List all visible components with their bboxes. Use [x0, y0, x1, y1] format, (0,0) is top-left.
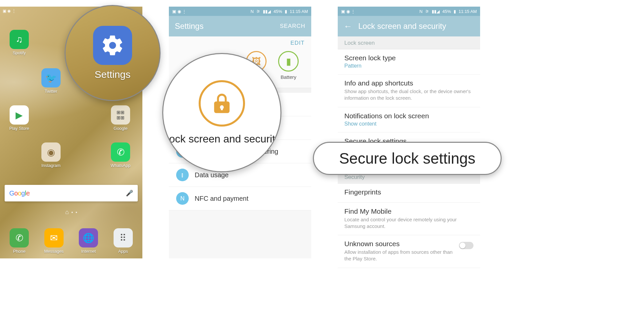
app-whatsapp[interactable]: ✆ WhatsApp — [107, 142, 134, 168]
header-title: Lock screen and security — [358, 22, 446, 31]
dock-internet[interactable]: 🌐 Internet — [74, 228, 102, 254]
item-label: NFC and payment — [195, 195, 248, 202]
app-label: Messages — [40, 249, 68, 254]
signal-icon: ▮▮◢ — [263, 9, 271, 14]
status-left-icons: ▣ ◉ ⋮ — [172, 9, 186, 14]
app-label: Google — [107, 126, 134, 131]
app-label: Instagram — [37, 163, 65, 168]
battery-text: 45% — [273, 9, 282, 14]
item-label: Data usage — [195, 171, 228, 179]
phone-home-screen: ▣ ◉ ⋮ ♫ Spotify 🐦 Twitter ▶ Play Store ⊞… — [0, 7, 142, 258]
settings-icon[interactable] — [93, 26, 132, 65]
item-info-shortcuts[interactable]: Info and app shortcuts Show app shortcut… — [338, 75, 480, 107]
lockscreen-header: ← Lock screen and security — [338, 16, 480, 36]
callout-settings-app: Settings — [65, 5, 161, 101]
battery-icon: ▮ — [454, 9, 456, 14]
callout-lock-screen: Lock screen and security — [162, 53, 281, 172]
nfc-icon: N — [420, 9, 422, 14]
phone-lockscreen-settings: ▣ ◉ ⋮ N ⚞ ▮▮◢ 45% ▮ 11:15 AM ← Lock scre… — [338, 7, 480, 258]
item-desc: Show app shortcuts, the dual clock, or t… — [344, 88, 473, 102]
item-find-mobile[interactable]: Find My Mobile Locate and control your d… — [338, 203, 480, 236]
callout-label: Secure lock settings — [339, 149, 475, 167]
phone-settings-screen: ▣ ◉ ⋮ N ⚞ ▮▮◢ 45% ▮ 11:15 AM Settings SE… — [169, 7, 311, 258]
status-left-icons: ▣ ◉ ⋮ — [341, 9, 355, 14]
item-unknown-sources[interactable]: Unknown sources Allow installation of ap… — [338, 235, 480, 268]
wifi-icon: ⚞ — [425, 9, 429, 14]
app-playstore[interactable]: ▶ Play Store — [5, 105, 33, 131]
item-title: Screen lock type — [344, 54, 473, 62]
nfc-icon: N — [176, 192, 189, 205]
dock-phone[interactable]: ✆ Phone — [5, 228, 33, 254]
mic-icon[interactable]: 🎤 — [126, 190, 133, 197]
app-label: WhatsApp — [107, 163, 134, 168]
item-value: Show content — [344, 121, 473, 127]
app-instagram[interactable]: ◉ Instagram — [37, 142, 65, 168]
status-left-icons: ▣ ◉ ⋮ — [3, 9, 16, 13]
clock-text: 11:15 AM — [459, 9, 477, 14]
dock-messages[interactable]: ✉ Messages — [40, 228, 68, 254]
item-fingerprints[interactable]: Fingerprints — [338, 184, 480, 203]
callout-label: Lock screen and security — [163, 133, 280, 145]
toggle-switch[interactable] — [459, 242, 473, 249]
app-label: Spotify — [5, 50, 33, 55]
search-action[interactable]: SEARCH — [280, 23, 305, 29]
status-bar: ▣ ◉ ⋮ N ⚞ ▮▮◢ 45% ▮ 11:15 AM — [338, 7, 480, 16]
home-indicator-icon: ⌂ — [65, 209, 69, 215]
clock-text: 11:15 AM — [290, 9, 308, 14]
item-title: Unknown sources — [344, 240, 473, 248]
callout-label: Settings — [95, 69, 130, 80]
dock: ✆ Phone ✉ Messages 🌐 Internet ⠿ Apps — [0, 228, 142, 254]
status-bar: ▣ ◉ ⋮ N ⚞ ▮▮◢ 45% ▮ 11:15 AM — [169, 7, 311, 16]
item-title: Notifications on lock screen — [344, 112, 473, 120]
item-title: Fingerprints — [344, 188, 473, 196]
settings-item-nfc[interactable]: N NFC and payment — [169, 187, 311, 210]
section-lock-screen: Lock screen — [338, 36, 480, 49]
signal-icon: ▮▮◢ — [432, 9, 440, 14]
edit-button[interactable]: EDIT — [169, 36, 311, 48]
app-twitter[interactable]: 🐦 Twitter — [37, 68, 65, 94]
callout-secure-lock: Secure lock settings — [313, 142, 502, 175]
shortcut-battery[interactable]: ▮ Battery — [272, 51, 305, 80]
page-indicator: ⌂ • • — [0, 209, 142, 216]
chart-icon: ⫿ — [176, 169, 189, 181]
battery-icon: ▮ — [285, 9, 287, 14]
item-title: Find My Mobile — [344, 207, 473, 215]
google-search-bar[interactable]: Google 🎤 — [5, 185, 138, 201]
settings-header: Settings SEARCH — [169, 16, 311, 36]
dock-apps[interactable]: ⠿ Apps — [109, 228, 137, 254]
app-spotify[interactable]: ♫ Spotify — [5, 30, 33, 55]
item-desc: Allow installation of apps from sources … — [344, 249, 473, 262]
app-label: Twitter — [37, 89, 65, 94]
nfc-icon: N — [251, 9, 254, 14]
app-google-folder[interactable]: ⊞⊞⊞⊞ Google — [107, 105, 134, 131]
lock-icon[interactable] — [199, 80, 245, 127]
app-label: Apps — [109, 249, 137, 254]
header-title: Settings — [175, 22, 204, 31]
shortcut-label: Battery — [280, 74, 296, 80]
wifi-icon: ⚞ — [256, 9, 260, 14]
item-desc: Locate and control your device remotely … — [344, 216, 473, 230]
battery-text: 45% — [442, 9, 451, 14]
battery-icon: ▮ — [278, 51, 299, 72]
item-value: Pattern — [344, 63, 473, 69]
item-title: Info and app shortcuts — [344, 79, 473, 87]
back-icon[interactable]: ← — [344, 21, 352, 31]
app-label: Play Store — [5, 126, 33, 131]
item-notifications[interactable]: Notifications on lock screen Show conten… — [338, 107, 480, 133]
app-label: Phone — [5, 249, 33, 254]
item-screen-lock-type[interactable]: Screen lock type Pattern — [338, 49, 480, 75]
google-logo: Google — [9, 190, 30, 197]
app-label: Internet — [74, 249, 102, 254]
